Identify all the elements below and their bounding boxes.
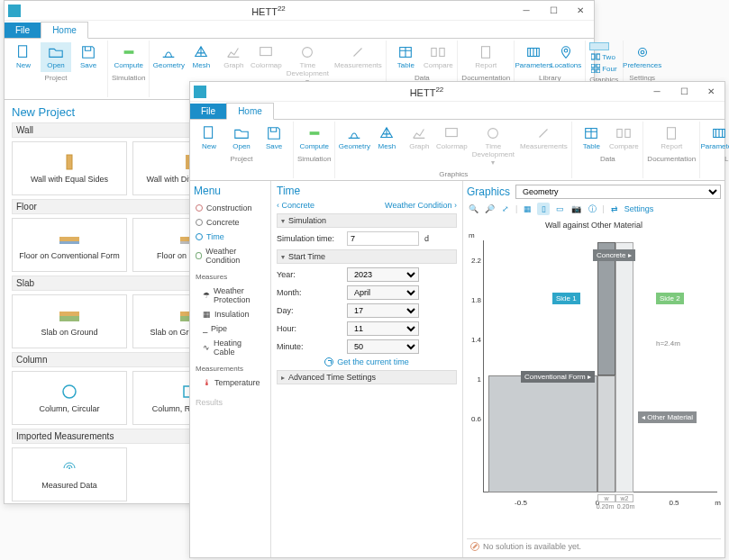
svg-point-3 (303, 48, 313, 58)
hour-select[interactable]: 11 (347, 321, 419, 336)
one-window-icon[interactable] (589, 42, 609, 50)
zoom-out-icon[interactable]: 🔎 (483, 203, 496, 215)
menu-measurements-hdr: Measurements (194, 362, 267, 375)
app-icon (8, 5, 21, 17)
maximize-button[interactable]: ☐ (670, 82, 697, 102)
crumb-prev[interactable]: ‹ Concrete (277, 201, 314, 210)
maximize-button[interactable]: ☐ (540, 1, 567, 21)
measurements-button[interactable]: Measurements (519, 123, 568, 168)
grid-icon[interactable]: ▦ (521, 203, 533, 215)
preferences-button[interactable]: Preferences (627, 42, 658, 72)
svg-rect-18 (67, 155, 72, 169)
two-windows-button[interactable]: Two (589, 51, 618, 62)
menu-time[interactable]: Time (194, 230, 267, 244)
menu-concrete[interactable]: Concrete (194, 215, 267, 230)
zoom-fit-icon[interactable]: ⤢ (499, 203, 512, 215)
zoom-in-icon[interactable]: 🔍 (467, 203, 479, 215)
graphics-selector[interactable]: Geometry (515, 185, 721, 199)
open-button[interactable]: Open (226, 123, 257, 153)
tab-home[interactable]: Home (226, 103, 274, 120)
menu-construction[interactable]: Construction (194, 201, 267, 215)
svg-point-39 (488, 129, 498, 139)
sim-time-input[interactable] (347, 231, 419, 246)
sim-time-label: Simulation time: (277, 234, 342, 243)
open-button[interactable]: Open (41, 42, 71, 72)
time-title: Time (277, 185, 457, 197)
compare-button[interactable]: Compare (423, 42, 453, 72)
report-button[interactable]: Report (470, 42, 501, 72)
menu-insulation[interactable]: ▦Insulation (194, 307, 267, 321)
mesh-button[interactable]: Mesh (371, 123, 402, 168)
minute-select[interactable]: 50 (347, 339, 419, 354)
tab-home[interactable]: Home (41, 22, 88, 39)
crumb-next[interactable]: Weather Condition › (385, 201, 457, 210)
acc-simulation[interactable]: Simulation (277, 213, 457, 228)
parameters-button[interactable]: Parameters (518, 42, 549, 72)
svg-rect-1 (123, 50, 133, 54)
svg-rect-29 (59, 312, 79, 316)
toggle-icon[interactable]: ⇄ (608, 203, 621, 215)
sim-time-unit: d (424, 234, 429, 243)
tab-file[interactable]: File (5, 23, 41, 38)
save-button[interactable]: Save (259, 123, 289, 153)
locations-button[interactable]: Locations (551, 42, 581, 72)
label-conv-form: Conventional Form ▸ (521, 371, 595, 383)
get-current-time-link[interactable]: Get the current time (277, 357, 457, 366)
svg-rect-38 (446, 129, 458, 137)
card-measured-data[interactable]: Measured Data (12, 447, 127, 501)
colormap-button[interactable]: Colormap (436, 123, 467, 168)
region-concrete-lower (597, 375, 615, 492)
camera-icon[interactable]: 📷 (570, 203, 582, 215)
report-button[interactable]: Report (656, 123, 687, 153)
card-column-circular[interactable]: Column, Circular (12, 371, 127, 425)
menu-heating-cable[interactable]: ∿Heating Cable (194, 336, 267, 359)
info-icon[interactable]: ⓘ (586, 203, 598, 215)
minimize-button[interactable]: ─ (643, 82, 670, 102)
geometry-button[interactable]: Geometry (153, 42, 184, 87)
minimize-button[interactable]: ─ (513, 1, 540, 21)
compare-button[interactable]: Compare (608, 123, 639, 153)
day-select[interactable]: 17 (347, 303, 419, 318)
compute-button[interactable]: Compute (114, 42, 144, 72)
plot-area[interactable]: m 2.2 1.8 1.4 1 0.6 -0.5 0 0.5 m (467, 231, 721, 519)
compute-button[interactable]: Compute (299, 123, 330, 153)
table-button[interactable]: Table (390, 42, 421, 72)
layout2-icon[interactable]: ▭ (553, 203, 566, 215)
layout1-icon[interactable]: ▯ (537, 203, 550, 215)
menu-weather[interactable]: Weather Condition (194, 244, 267, 267)
time-development-button[interactable]: Time Development ▾ (469, 123, 517, 168)
parameters-button[interactable]: Parameters (704, 123, 729, 153)
year-select[interactable]: 2023 (347, 267, 419, 282)
card-wall-equal[interactable]: Wall with Equal Sides (12, 141, 127, 195)
table-button[interactable]: Table (576, 123, 606, 153)
window-title: HETT22 (210, 86, 643, 98)
new-button[interactable]: New (8, 42, 39, 72)
card-floor-conv[interactable]: Floor on Conventional Form (12, 218, 127, 272)
month-select[interactable]: April (347, 285, 419, 300)
time-pane: Time ‹ Concrete Weather Condition › Simu… (271, 181, 463, 557)
x-unit: m (715, 499, 721, 507)
acc-start-time[interactable]: Start Time (277, 249, 457, 264)
svg-point-16 (638, 49, 646, 57)
menu-pipe[interactable]: ⎯Pipe (194, 321, 267, 336)
svg-rect-36 (205, 127, 213, 139)
svg-rect-6 (440, 49, 444, 57)
four-windows-button[interactable]: Four (589, 63, 618, 74)
svg-rect-0 (19, 46, 27, 58)
menu-measures-hdr: Measures (194, 270, 267, 284)
tab-file[interactable]: File (190, 104, 226, 119)
menu-temperature[interactable]: 🌡Temperature (194, 375, 267, 390)
close-button[interactable]: ✕ (567, 1, 594, 21)
acc-advanced[interactable]: Advanced Time Settings (277, 370, 457, 384)
label-other-mat: ◂ Other Material (638, 411, 697, 423)
geometry-button[interactable]: Geometry (339, 123, 369, 168)
label-concrete: Concrete ▸ (593, 249, 635, 261)
save-button[interactable]: Save (73, 42, 104, 72)
svg-rect-10 (591, 54, 595, 59)
menu-weather-protection[interactable]: ☂Weather Protection (194, 284, 267, 307)
close-button[interactable]: ✕ (697, 82, 724, 102)
card-slab-ground[interactable]: Slab on Ground (12, 294, 127, 348)
new-button[interactable]: New (194, 123, 224, 153)
graphics-settings-link[interactable]: Settings (624, 204, 654, 213)
graph-button[interactable]: Graph (404, 123, 434, 168)
